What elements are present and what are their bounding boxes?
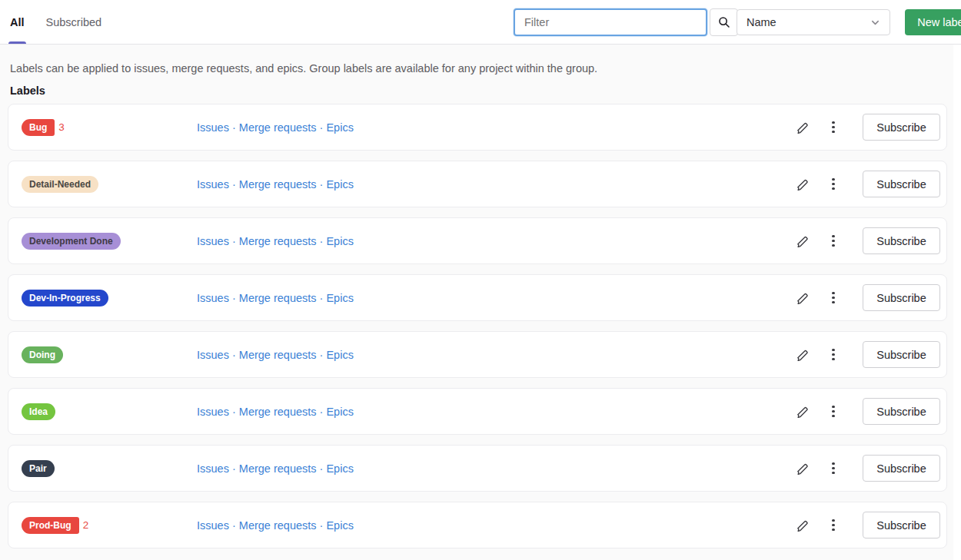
label-actions-menu-button[interactable] (818, 285, 849, 311)
issues-link[interactable]: Issues (197, 406, 229, 418)
search-icon (718, 16, 730, 28)
subscribe-button[interactable]: Subscribe (863, 171, 940, 197)
kebab-menu-icon (832, 406, 834, 417)
edit-label-button[interactable] (787, 114, 818, 141)
label-badge-area: Idea (22, 403, 197, 420)
merge-requests-link[interactable]: Merge requests (239, 462, 317, 475)
link-separator: · (317, 121, 327, 134)
subscribe-button[interactable]: Subscribe (863, 341, 940, 368)
merge-requests-link[interactable]: Merge requests (239, 292, 317, 304)
epics-link[interactable]: Epics (326, 462, 353, 475)
label-row-actions: Subscribe (787, 398, 940, 425)
edit-label-button[interactable] (787, 171, 818, 197)
chevron-down-icon (870, 18, 880, 28)
label-row: Detail-Needed Issues · Merge requests · … (8, 161, 947, 207)
label-badge[interactable]: Development Done (22, 233, 121, 250)
page-description: Labels can be applied to issues, merge r… (0, 45, 953, 75)
subscribe-button[interactable]: Subscribe (863, 114, 940, 141)
epics-link[interactable]: Epics (326, 292, 353, 304)
sort-dropdown[interactable]: Name (737, 9, 890, 35)
label-row-actions: Subscribe (787, 284, 940, 311)
new-label-button[interactable]: New label (905, 9, 961, 35)
label-row: Doing Issues · Merge requests · Epics Su… (8, 331, 947, 378)
issues-link[interactable]: Issues (197, 349, 229, 361)
label-badge[interactable]: Pair (22, 460, 55, 477)
merge-requests-link[interactable]: Merge requests (239, 349, 317, 361)
label-badge[interactable]: Idea (22, 403, 55, 420)
label-badge[interactable]: Dev-In-Progress (22, 290, 108, 307)
issues-link[interactable]: Issues (197, 178, 229, 191)
label-links: Issues · Merge requests · Epics (197, 235, 787, 247)
kebab-menu-icon (832, 121, 834, 133)
epics-link[interactable]: Epics (326, 121, 353, 134)
edit-label-button[interactable] (787, 285, 818, 311)
label-badge[interactable]: Bug (22, 119, 55, 136)
label-badge-area: Dev-In-Progress (22, 290, 197, 307)
edit-label-button[interactable] (787, 228, 818, 254)
labels-heading: Labels (0, 84, 953, 97)
label-open-issues-count: 2 (83, 519, 89, 531)
merge-requests-link[interactable]: Merge requests (239, 178, 317, 191)
subscribe-button[interactable]: Subscribe (863, 512, 940, 538)
kebab-menu-icon (832, 462, 834, 474)
label-links: Issues · Merge requests · Epics (197, 121, 787, 134)
label-actions-menu-button[interactable] (818, 114, 849, 141)
label-badge-area: Pair (22, 460, 197, 477)
edit-label-button[interactable] (787, 399, 818, 425)
label-row: Idea Issues · Merge requests · Epics Sub… (8, 388, 947, 435)
epics-link[interactable]: Epics (326, 406, 353, 418)
merge-requests-link[interactable]: Merge requests (239, 406, 317, 418)
issues-link[interactable]: Issues (197, 235, 229, 247)
epics-link[interactable]: Epics (326, 178, 353, 191)
merge-requests-link[interactable]: Merge requests (239, 121, 317, 134)
label-row: Prod-Bug 2 Issues · Merge requests · Epi… (8, 502, 947, 548)
issues-link[interactable]: Issues (197, 519, 229, 532)
pencil-icon (796, 349, 809, 361)
label-links: Issues · Merge requests · Epics (197, 349, 787, 361)
subscribe-button[interactable]: Subscribe (863, 284, 940, 311)
epics-link[interactable]: Epics (326, 235, 353, 247)
issues-link[interactable]: Issues (197, 292, 229, 304)
subscribe-button[interactable]: Subscribe (863, 455, 940, 482)
kebab-menu-icon (832, 178, 834, 190)
label-badge-area: Prod-Bug 2 (22, 517, 197, 534)
link-separator: · (317, 519, 327, 532)
tab-all[interactable]: All (10, 0, 25, 44)
label-badge[interactable]: Prod-Bug (22, 517, 79, 534)
label-links: Issues · Merge requests · Epics (197, 462, 787, 475)
label-actions-menu-button[interactable] (818, 228, 849, 254)
issues-link[interactable]: Issues (197, 462, 229, 475)
search-button[interactable] (710, 8, 738, 36)
tab-subscribed[interactable]: Subscribed (46, 0, 102, 44)
issues-link[interactable]: Issues (197, 121, 229, 134)
edit-label-button[interactable] (787, 512, 818, 538)
subscribe-button[interactable]: Subscribe (863, 398, 940, 425)
pencil-icon (796, 235, 809, 247)
label-badge-area: Detail-Needed (22, 176, 197, 193)
label-actions-menu-button[interactable] (818, 342, 849, 368)
pencil-icon (796, 406, 809, 418)
label-links: Issues · Merge requests · Epics (197, 292, 787, 304)
labels-list: Bug 3 Issues · Merge requests · Epics Su… (0, 104, 953, 548)
filter-input[interactable] (514, 8, 707, 36)
label-actions-menu-button[interactable] (818, 512, 849, 538)
epics-link[interactable]: Epics (326, 519, 353, 532)
label-row-actions: Subscribe (787, 512, 940, 538)
label-row-actions: Subscribe (787, 455, 940, 482)
merge-requests-link[interactable]: Merge requests (239, 235, 317, 247)
merge-requests-link[interactable]: Merge requests (239, 519, 317, 532)
label-row: Pair Issues · Merge requests · Epics Sub… (8, 445, 947, 492)
label-row: Development Done Issues · Merge requests… (8, 217, 947, 264)
label-actions-menu-button[interactable] (818, 456, 849, 482)
label-badge[interactable]: Doing (22, 346, 63, 363)
link-separator: · (229, 519, 239, 532)
label-actions-menu-button[interactable] (818, 171, 849, 197)
label-actions-menu-button[interactable] (818, 399, 849, 425)
label-badge[interactable]: Detail-Needed (22, 176, 98, 193)
edit-label-button[interactable] (787, 342, 818, 368)
epics-link[interactable]: Epics (326, 349, 353, 361)
link-separator: · (317, 178, 327, 191)
link-separator: · (229, 121, 239, 134)
edit-label-button[interactable] (787, 456, 818, 482)
subscribe-button[interactable]: Subscribe (863, 227, 940, 254)
